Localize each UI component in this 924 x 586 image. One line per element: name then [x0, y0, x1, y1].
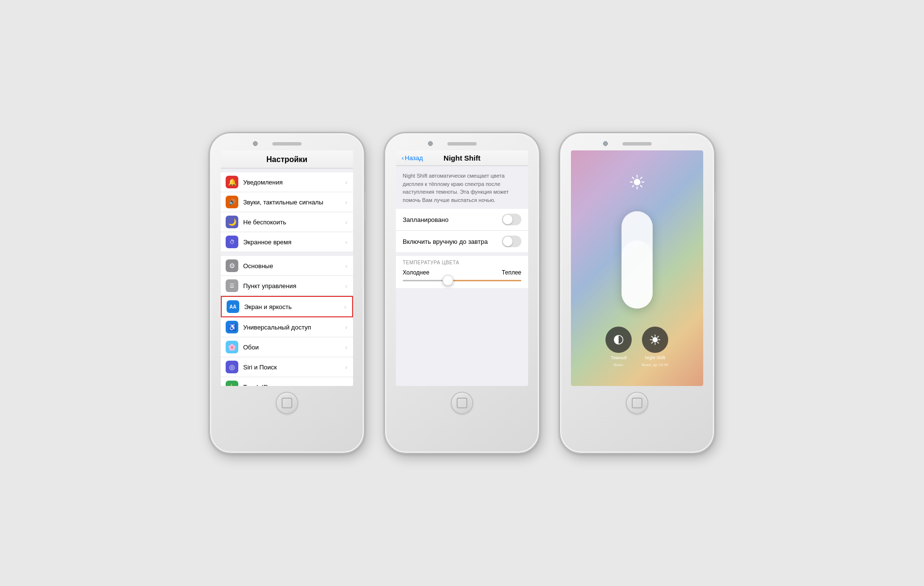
- siri-icon: ◎: [226, 361, 238, 373]
- ns-description: Night Shift автоматически смещает цвета …: [396, 166, 528, 209]
- sounds-label: Звуки, тактильные сигналы: [243, 199, 345, 206]
- touchid-icon: 👆: [226, 381, 238, 386]
- ns-row-manual[interactable]: Включить вручную до завтра: [396, 231, 528, 252]
- settings-row-wallpaper[interactable]: 🌸 Обои ›: [221, 337, 353, 357]
- general-icon: ⚙: [226, 259, 238, 272]
- notifications-icon: 🔔: [226, 176, 238, 188]
- svg-line-18: [652, 342, 653, 343]
- temp-section-label: ТЕМПЕРАТУРА ЦВЕТА: [403, 260, 521, 265]
- ns-nav: ‹ Назад Night Shift: [396, 150, 528, 166]
- screentime-label: Экранное время: [243, 238, 345, 246]
- night-shift-sublabel: Выкл. до 22:00: [641, 363, 668, 367]
- iphone-3: Темный Выкл.: [559, 132, 715, 454]
- brightness-slider[interactable]: [622, 211, 653, 309]
- ns-temp-row: Холоднее Теплее: [403, 269, 521, 276]
- dark-mode-icon: [605, 327, 632, 353]
- ns-row-scheduled[interactable]: Запланировано: [396, 209, 528, 231]
- speaker-2: [447, 142, 477, 146]
- temp-warm-label: Теплее: [502, 269, 521, 276]
- camera-1: [253, 141, 258, 146]
- wallpaper-icon: 🌸: [226, 341, 238, 353]
- wallpaper-label: Обои: [243, 344, 345, 351]
- chevron-icon: ›: [345, 179, 347, 186]
- settings-row-notifications[interactable]: 🔔 Уведомления ›: [221, 172, 353, 192]
- chevron-icon: ›: [344, 303, 346, 311]
- scheduled-toggle[interactable]: [502, 214, 521, 225]
- iphone-1: Настройки 🔔 Уведомления › 🔊 Звуки, такти…: [209, 132, 365, 454]
- svg-line-6: [640, 185, 642, 187]
- cc-icon: ☰: [226, 279, 238, 292]
- camera-2: [428, 141, 433, 146]
- home-button-3[interactable]: [626, 392, 648, 414]
- night-shift-label: Night Shift: [645, 355, 665, 360]
- scheduled-label: Запланировано: [403, 216, 502, 223]
- chevron-icon: ›: [345, 364, 347, 371]
- accessibility-icon: ♿: [226, 321, 238, 333]
- back-label: Назад: [405, 154, 423, 162]
- siri-label: Siri и Поиск: [243, 364, 345, 371]
- chevron-icon: ›: [345, 199, 347, 206]
- notifications-label: Уведомления: [243, 179, 345, 186]
- temp-cold-label: Холоднее: [403, 269, 429, 276]
- ns-back-button[interactable]: ‹ Назад: [402, 154, 423, 162]
- ns-title: Night Shift: [444, 154, 480, 162]
- sounds-icon: 🔊: [226, 196, 238, 208]
- cc-bottom-row: Темный Выкл.: [605, 327, 668, 367]
- cc-dark-mode-button[interactable]: Темный Выкл.: [605, 327, 632, 367]
- accessibility-label: Универсальный доступ: [243, 324, 345, 331]
- sun-icon-top: [629, 174, 645, 193]
- svg-line-8: [632, 185, 634, 187]
- settings-screen: Настройки 🔔 Уведомления › 🔊 Звуки, такти…: [221, 150, 353, 386]
- settings-row-accessibility[interactable]: ♿ Универсальный доступ ›: [221, 317, 353, 337]
- dnd-label: Не беспокоить: [243, 219, 345, 226]
- svg-line-7: [640, 177, 642, 179]
- temp-slider-thumb[interactable]: [443, 275, 453, 286]
- ns-toggles-section: Запланировано Включить вручную до завтра: [396, 209, 528, 252]
- display-icon: AA: [227, 300, 239, 313]
- svg-line-17: [657, 336, 658, 337]
- settings-row-controlcenter[interactable]: ☰ Пункт управления ›: [221, 276, 353, 296]
- camera-3: [603, 141, 608, 146]
- chevron-icon: ›: [345, 219, 347, 226]
- svg-point-0: [634, 179, 640, 185]
- settings-nav: Настройки: [221, 150, 353, 168]
- svg-line-16: [657, 342, 658, 343]
- screen-3: Темный Выкл.: [571, 150, 703, 386]
- dark-mode-label: Темный: [611, 355, 627, 360]
- settings-section-2: ⚙ Основные › ☰ Пункт управления › AA Экр…: [221, 256, 353, 386]
- ns-temp-section: ТЕМПЕРАТУРА ЦВЕТА Холоднее Теплее: [396, 256, 528, 288]
- settings-row-siri[interactable]: ◎ Siri и Поиск ›: [221, 357, 353, 377]
- screen-1: Настройки 🔔 Уведомления › 🔊 Звуки, такти…: [221, 150, 353, 386]
- chevron-icon: ›: [345, 344, 347, 351]
- general-label: Основные: [243, 262, 345, 270]
- display-label: Экран и яркость: [244, 303, 344, 311]
- chevron-icon: ›: [345, 262, 347, 270]
- settings-row-general[interactable]: ⚙ Основные ›: [221, 256, 353, 276]
- back-chevron: ‹: [402, 154, 404, 162]
- speaker-1: [272, 142, 302, 146]
- manual-toggle[interactable]: [502, 236, 521, 247]
- temp-slider-track[interactable]: [403, 280, 521, 281]
- svg-line-5: [632, 177, 634, 179]
- chevron-icon: ›: [345, 238, 347, 246]
- night-shift-icon: [642, 327, 668, 353]
- settings-row-sounds[interactable]: 🔊 Звуки, тактильные сигналы ›: [221, 192, 353, 212]
- settings-row-screentime[interactable]: ⏱ Экранное время ›: [221, 232, 353, 252]
- settings-title: Настройки: [267, 155, 307, 164]
- settings-row-dnd[interactable]: 🌙 Не беспокоить ›: [221, 212, 353, 232]
- settings-row-display[interactable]: AA Экран и яркость ›: [221, 296, 353, 317]
- cc-night-shift-button[interactable]: Night Shift Выкл. до 22:00: [641, 327, 668, 367]
- home-button-1[interactable]: [276, 392, 298, 414]
- night-shift-screen: ‹ Назад Night Shift Night Shift автомати…: [396, 150, 528, 386]
- settings-section-1: 🔔 Уведомления › 🔊 Звуки, тактильные сигн…: [221, 172, 353, 252]
- settings-row-touchid[interactable]: 👆 Touch ID и код-пароль ›: [221, 377, 353, 386]
- iphone-2: ‹ Назад Night Shift Night Shift автомати…: [384, 132, 540, 454]
- chevron-icon: ›: [345, 282, 347, 290]
- touchid-label: Touch ID и код-пароль: [243, 384, 345, 386]
- dark-mode-sublabel: Выкл.: [614, 363, 624, 367]
- manual-label: Включить вручную до завтра: [403, 238, 502, 245]
- phones-container: Настройки 🔔 Уведомления › 🔊 Звуки, такти…: [190, 113, 734, 473]
- cc-label: Пункт управления: [243, 282, 345, 290]
- home-button-2[interactable]: [451, 392, 473, 414]
- svg-line-15: [652, 336, 653, 337]
